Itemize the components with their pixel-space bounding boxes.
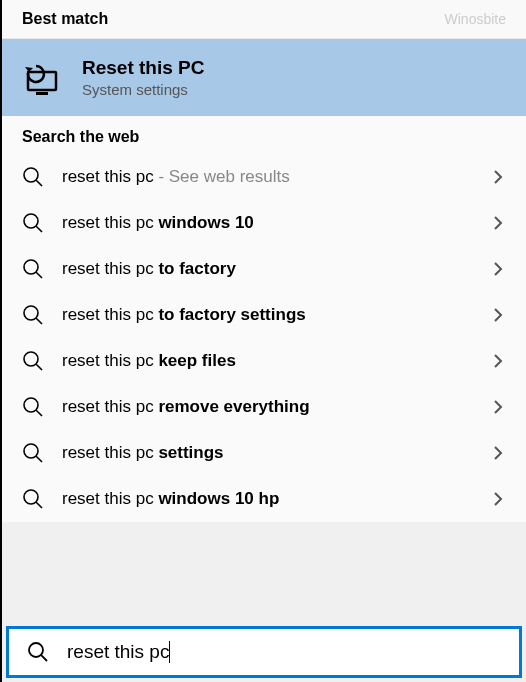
best-match-title: Reset this PC [82, 57, 204, 79]
svg-point-14 [24, 444, 38, 458]
svg-point-2 [24, 168, 38, 182]
search-box[interactable]: reset this pc [6, 626, 522, 678]
result-text: reset this pc remove everything [62, 397, 472, 417]
svg-point-12 [24, 398, 38, 412]
search-icon [22, 304, 44, 326]
svg-point-10 [24, 352, 38, 366]
chevron-right-icon [490, 261, 506, 277]
svg-line-17 [36, 502, 42, 508]
svg-line-3 [36, 180, 42, 186]
chevron-right-icon [490, 491, 506, 507]
svg-line-5 [36, 226, 42, 232]
svg-line-9 [36, 318, 42, 324]
best-match-subtitle: System settings [82, 81, 204, 98]
section-best-match-title: Best match [22, 10, 108, 28]
search-icon [22, 166, 44, 188]
watermark: Winosbite [445, 11, 506, 27]
web-result-item[interactable]: reset this pc windows 10 [2, 200, 526, 246]
web-result-item[interactable]: reset this pc to factory settings [2, 292, 526, 338]
web-result-item[interactable]: reset this pc remove everything [2, 384, 526, 430]
result-text: reset this pc - See web results [62, 167, 472, 187]
chevron-right-icon [490, 169, 506, 185]
search-icon [22, 212, 44, 234]
svg-point-4 [24, 214, 38, 228]
search-icon [22, 442, 44, 464]
result-text: reset this pc settings [62, 443, 472, 463]
search-icon [22, 396, 44, 418]
svg-line-11 [36, 364, 42, 370]
reset-pc-icon [22, 58, 62, 98]
best-match-result[interactable]: Reset this PC System settings [2, 39, 526, 116]
svg-point-16 [24, 490, 38, 504]
svg-point-6 [24, 260, 38, 274]
best-match-text: Reset this PC System settings [82, 57, 204, 98]
search-icon [22, 258, 44, 280]
web-result-item[interactable]: reset this pc - See web results [2, 154, 526, 200]
result-text: reset this pc to factory settings [62, 305, 472, 325]
svg-line-15 [36, 456, 42, 462]
chevron-right-icon [490, 399, 506, 415]
search-icon [22, 488, 44, 510]
search-input-text: reset this pc [67, 641, 169, 663]
result-text: reset this pc to factory [62, 259, 472, 279]
header: Best match Winosbite [2, 0, 526, 39]
chevron-right-icon [490, 353, 506, 369]
chevron-right-icon [490, 215, 506, 231]
result-text: reset this pc windows 10 [62, 213, 472, 233]
web-result-item[interactable]: reset this pc windows 10 hp [2, 476, 526, 522]
svg-line-7 [36, 272, 42, 278]
web-result-item[interactable]: reset this pc to factory [2, 246, 526, 292]
chevron-right-icon [490, 307, 506, 323]
svg-rect-1 [36, 92, 48, 95]
web-result-item[interactable]: reset this pc keep files [2, 338, 526, 384]
section-search-web-title: Search the web [2, 116, 526, 154]
chevron-right-icon [490, 445, 506, 461]
result-text: reset this pc keep files [62, 351, 472, 371]
svg-point-18 [29, 643, 43, 657]
svg-line-13 [36, 410, 42, 416]
text-caret [169, 641, 170, 663]
svg-line-19 [41, 655, 47, 661]
web-results: reset this pc - See web resultsreset thi… [2, 154, 526, 522]
search-icon [22, 350, 44, 372]
svg-point-8 [24, 306, 38, 320]
web-result-item[interactable]: reset this pc settings [2, 430, 526, 476]
result-text: reset this pc windows 10 hp [62, 489, 472, 509]
search-icon [27, 641, 49, 663]
